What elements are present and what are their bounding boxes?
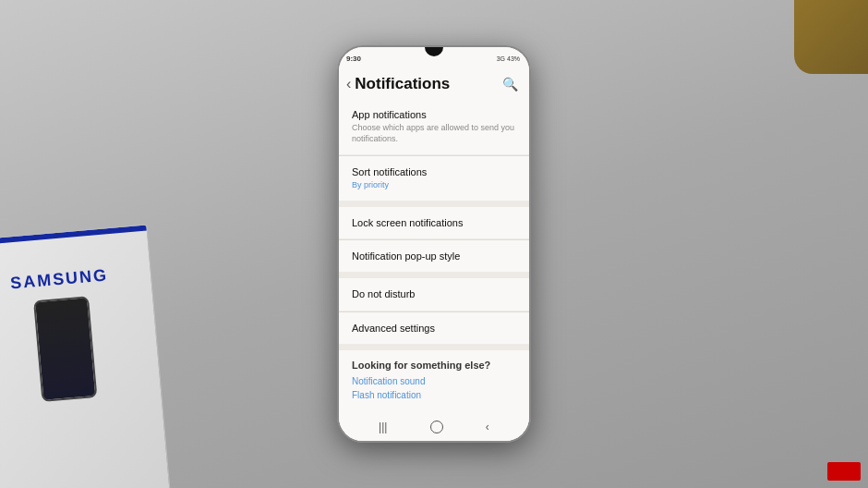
phone-wrapper: 9:30 3G 43% ‹ Notifications 🔍 App notifi… <box>337 45 531 443</box>
page-title: Notifications <box>355 75 502 93</box>
samsung-logo: SAMSUNG <box>9 265 108 293</box>
status-time: 9:30 <box>346 55 361 63</box>
sort-notifications-item[interactable]: Sort notifications By priority <box>339 156 529 201</box>
notification-sound-link[interactable]: Notification sound <box>352 376 516 386</box>
back-nav-button[interactable]: ‹ <box>486 421 489 433</box>
status-icons: 3G 43% <box>497 55 520 62</box>
app-notifications-title: App notifications <box>352 108 516 121</box>
looking-title: Looking for something else? <box>352 360 516 371</box>
advanced-settings-item[interactable]: Advanced settings <box>339 312 529 345</box>
popup-style-title: Notification pop-up style <box>352 250 516 262</box>
app-notifications-subtitle: Choose which apps are allowed to send yo… <box>352 123 516 144</box>
nav-bar: ||| ‹ <box>339 413 529 441</box>
samsung-box: SAMSUNG <box>0 224 173 488</box>
screen: ‹ Notifications 🔍 App notifications Choo… <box>339 67 529 441</box>
popup-style-item[interactable]: Notification pop-up style <box>339 240 529 273</box>
battery-icon: 43% <box>507 55 520 62</box>
flash-notification-link[interactable]: Flash notification <box>352 390 516 400</box>
do-not-disturb-title: Do not disturb <box>352 287 516 300</box>
top-bar: ‹ Notifications 🔍 <box>339 67 529 99</box>
advanced-settings-title: Advanced settings <box>352 322 516 335</box>
search-icon[interactable]: 🔍 <box>502 77 518 92</box>
samsung-phone-preview <box>33 296 97 402</box>
settings-list: App notifications Choose which apps are … <box>339 99 529 413</box>
brown-object <box>794 0 868 74</box>
sort-notifications-subtitle: By priority <box>352 180 516 191</box>
home-button[interactable] <box>430 421 443 433</box>
app-notifications-item[interactable]: App notifications Choose which apps are … <box>339 99 529 155</box>
looking-section: Looking for something else? Notification… <box>339 350 529 409</box>
sort-notifications-title: Sort notifications <box>352 165 516 178</box>
red-label <box>827 462 861 481</box>
lock-screen-notifications-title: Lock screen notifications <box>352 216 516 229</box>
signal-icon: 3G <box>497 55 505 62</box>
do-not-disturb-item[interactable]: Do not disturb <box>339 278 529 311</box>
back-button[interactable]: ‹ <box>346 76 351 92</box>
menu-button[interactable]: ||| <box>379 421 387 433</box>
lock-screen-notifications-item[interactable]: Lock screen notifications <box>339 207 529 239</box>
phone: 9:30 3G 43% ‹ Notifications 🔍 App notifi… <box>337 45 531 443</box>
